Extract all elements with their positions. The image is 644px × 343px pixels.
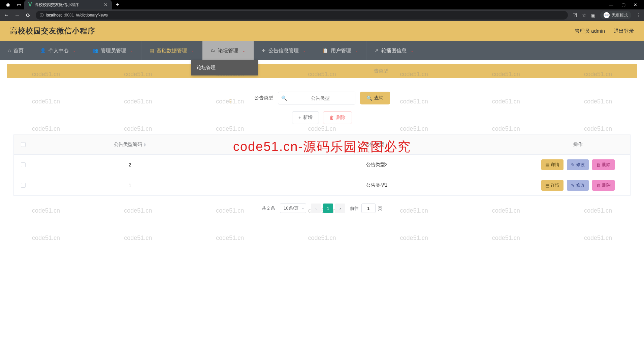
edit-button[interactable]: ✎修改 — [567, 159, 589, 170]
chevron-down-icon: ⌄ — [242, 49, 245, 53]
nav-admin-mgmt[interactable]: 👥 管理员管理 ⌄ — [84, 41, 141, 60]
delete-label: 删除 — [336, 115, 346, 121]
row-checkbox[interactable] — [21, 183, 26, 188]
breadcrumb-bar: 告类型 — [7, 64, 637, 78]
breadcrumb-text: 告类型 — [374, 68, 388, 74]
nav-label: 用户管理 — [331, 48, 351, 54]
total-label: 共 2 条 — [262, 205, 275, 211]
nav-label: 个人中心 — [49, 48, 69, 54]
maximize-icon[interactable]: ▢ — [621, 2, 625, 7]
extension-icon[interactable]: ▣ — [591, 12, 595, 18]
doc-icon: ▤ — [545, 183, 549, 188]
nav-forum-mgmt[interactable]: 🗂 论坛管理 ⌄ — [202, 41, 254, 60]
nav-label: 论坛管理 — [218, 48, 238, 54]
star-icon[interactable]: ☆ — [582, 12, 586, 18]
admin-icon: 👥 — [92, 48, 98, 53]
add-button[interactable]: + 新增 — [292, 111, 319, 124]
incognito-badge[interactable]: 👓 无痕模式 — [600, 11, 631, 19]
clipboard-icon: 📋 — [322, 48, 328, 53]
plus-icon: + — [298, 115, 301, 120]
nav-home[interactable]: ⌂ 首页 — [0, 41, 32, 60]
app-icon: ◉ — [5, 2, 11, 7]
trash-icon: 🗑 — [596, 183, 601, 188]
minimize-icon[interactable]: — — [609, 2, 613, 7]
send-icon: ✈ — [262, 48, 266, 53]
close-tab-icon[interactable]: ✕ — [104, 2, 108, 7]
row-delete-button[interactable]: 🗑删除 — [592, 180, 615, 191]
row-delete-button[interactable]: 🗑删除 — [592, 159, 615, 170]
table-row: 2 公告类型2 ▤详情 ✎修改 🗑删除 — [14, 155, 630, 175]
cell-code: 1 — [32, 178, 228, 193]
query-label: 查询 — [374, 95, 384, 101]
chevron-down-icon: ⌄ — [355, 49, 358, 53]
goto-input[interactable] — [361, 204, 376, 213]
chevron-down-icon: ⌄ — [73, 49, 76, 53]
search-icon: 🔍 — [281, 95, 287, 101]
cell-code: 2 — [32, 157, 228, 172]
dropdown-item-forum[interactable]: 论坛管理 — [197, 65, 253, 71]
back-button[interactable]: ← — [3, 12, 9, 18]
col-action: 操作 — [526, 137, 630, 152]
search-input[interactable] — [278, 92, 355, 104]
home-icon: ⌂ — [8, 48, 11, 53]
sort-icon[interactable]: ▲▼ — [143, 143, 147, 147]
edit-icon: ✎ — [571, 183, 575, 188]
main-nav: ⌂ 首页 👤 个人中心 ⌄ 👥 管理员管理 ⌄ ▤ 基础数据管理 ⌄ 🗂 论坛管… — [0, 41, 644, 60]
logout-link[interactable]: 退出登录 — [614, 28, 634, 34]
edit-button[interactable]: ✎修改 — [567, 180, 589, 191]
cell-name: 公告类型2 — [228, 157, 526, 173]
reload-button[interactable]: ⟳ — [25, 12, 31, 19]
edit-icon: ✎ — [571, 162, 575, 167]
page-number-button[interactable]: 1 — [323, 204, 333, 213]
menu-icon[interactable]: ⋮ — [636, 12, 641, 18]
search-icon: 🔍 — [366, 95, 372, 101]
site-info-icon[interactable]: ⓘ — [40, 12, 44, 18]
prev-page-button[interactable]: ‹ — [311, 204, 321, 213]
toolbar-right: ⚿ ☆ ▣ 👓 无痕模式 ⋮ — [573, 11, 641, 19]
new-tab-button[interactable]: + — [116, 1, 120, 8]
trash-icon: 🗑 — [329, 115, 334, 120]
query-button[interactable]: 🔍 查询 — [360, 92, 390, 104]
row-checkbox[interactable] — [21, 162, 26, 167]
nav-notice-mgmt[interactable]: ✈ 公告信息管理 ⌄ — [254, 41, 314, 60]
browser-tab[interactable]: V 高校校园交友微信小程序 ✕ — [24, 0, 112, 9]
detail-button[interactable]: ▤详情 — [541, 180, 564, 191]
url-port: :8081 — [64, 13, 74, 18]
page-size-select[interactable]: 10条/页 — [280, 204, 306, 213]
nav-personal[interactable]: 👤 个人中心 ⌄ — [32, 41, 84, 60]
nav-carousel[interactable]: ↗ 轮播图信息 ⌄ — [366, 41, 422, 60]
search-row: 公告类型 🔍 🔍 查询 — [7, 92, 637, 104]
col-code[interactable]: 公告类型编码 ▲▼ — [32, 137, 228, 152]
tab-title: 高校校园交友微信小程序 — [35, 2, 101, 8]
trash-icon: 🗑 — [596, 162, 601, 167]
key-icon[interactable]: ⚿ — [573, 12, 577, 18]
favicon-vue-icon: V — [28, 2, 32, 8]
window-controls: — ▢ ✕ — [609, 2, 641, 7]
table-header: 公告类型编码 ▲▼ 公告类型 ▲▼ 操作 — [14, 134, 630, 155]
next-page-button[interactable]: › — [335, 204, 345, 213]
sort-icon[interactable]: ▲▼ — [385, 143, 388, 147]
nav-base-data[interactable]: ▤ 基础数据管理 ⌄ — [141, 41, 202, 60]
delete-button[interactable]: 🗑 删除 — [323, 111, 352, 124]
nav-user-mgmt[interactable]: 📋 用户管理 ⌄ — [314, 41, 366, 60]
chevron-down-icon: ⌄ — [130, 49, 133, 53]
forward-button[interactable]: → — [14, 12, 20, 18]
pagination: 共 2 条 10条/页 ‹ 1 › 前往 页 — [7, 204, 637, 213]
tab-strip: ◉ ▭ V 高校校园交友微信小程序 ✕ + — ▢ ✕ — [0, 0, 644, 9]
image-icon: ↗ — [375, 48, 379, 53]
user-label[interactable]: 管理员 admin — [575, 28, 605, 34]
browser-chrome: ◉ ▭ V 高校校园交友微信小程序 ✕ + — ▢ ✕ ← → ⟳ ⓘ loca… — [0, 0, 644, 21]
app-header: 高校校园交友微信小程序 管理员 admin 退出登录 — [0, 21, 644, 41]
chevron-down-icon: ⌄ — [303, 49, 306, 53]
doc-icon: ▤ — [545, 162, 549, 167]
select-all-checkbox[interactable] — [21, 142, 26, 147]
url-path: /#/dictionaryNews — [76, 13, 108, 18]
col-name[interactable]: 公告类型 ▲▼ — [228, 137, 526, 152]
search-input-wrapper: 🔍 — [278, 92, 355, 104]
url-input[interactable]: ⓘ localhost:8081/#/dictionaryNews — [36, 11, 568, 20]
close-window-icon[interactable]: ✕ — [634, 2, 637, 7]
url-host: localhost — [46, 13, 62, 18]
action-row: + 新增 🗑 删除 — [7, 111, 637, 124]
detail-button[interactable]: ▤详情 — [541, 159, 564, 170]
nav-label: 公告信息管理 — [268, 48, 299, 54]
